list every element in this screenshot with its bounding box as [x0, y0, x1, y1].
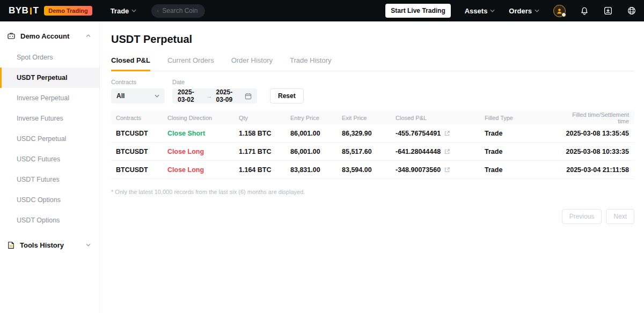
tab-current-orders[interactable]: Current Orders: [167, 56, 214, 71]
sidebar-item-usdc-options[interactable]: USDC Options: [0, 190, 99, 210]
cell-closing-direction: Close Long: [167, 166, 204, 174]
avatar-status-badge: [561, 12, 566, 17]
trade-menu-label: Trade: [111, 7, 129, 15]
chevron-down-icon: [155, 94, 159, 98]
search-coin-box[interactable]: [151, 4, 205, 18]
demo-account-label: Demo Account: [20, 32, 69, 40]
sidebar-item-usdc-futures[interactable]: USDC Futures: [0, 149, 99, 169]
cell-exit-price: 85,517.60: [337, 148, 391, 155]
table-row: BTCUSDT Close Long 1.171 BTC 86,001.00 8…: [111, 143, 634, 161]
sidebar-item-usdt-futures[interactable]: USDT Futures: [0, 169, 99, 190]
share-pnl-icon[interactable]: [444, 130, 450, 137]
trade-menu[interactable]: Trade: [111, 7, 137, 15]
cell-filled-type: Trade: [480, 130, 560, 137]
sidebar-item-inverse-futures[interactable]: Inverse Futures: [0, 108, 99, 129]
cell-entry-price: 86,001.00: [286, 130, 337, 137]
closed-pnl-table: Contracts Closing Direction Qty Entry Pr…: [111, 111, 634, 179]
cell-qty: 1.171 BTC: [234, 148, 286, 155]
assets-menu[interactable]: Assets: [465, 7, 495, 15]
date-range-picker[interactable]: 2025-03-02 → 2025-03-09: [172, 88, 257, 103]
orders-menu-label: Orders: [509, 7, 532, 15]
header-entry-price: Entry Price: [286, 115, 337, 121]
tab-order-history[interactable]: Order History: [231, 56, 273, 71]
tab-trade-history[interactable]: Trade History: [290, 56, 332, 71]
notifications-bell-icon[interactable]: [580, 6, 589, 16]
date-from-value: 2025-03-02: [178, 88, 203, 103]
cell-contracts: BTCUSDT: [111, 148, 163, 155]
header-exit-price: Exit Price: [337, 115, 391, 121]
date-range-arrow: →: [207, 93, 213, 99]
chevron-down-icon: [535, 9, 539, 12]
header-filled-time: Filled time/Settlement time: [560, 111, 634, 124]
top-navigation-bar: BYBT Demo Trading Trade Start Live Tradi…: [0, 0, 644, 21]
calendar-icon: [245, 93, 252, 100]
date-to-value: 2025-03-09: [216, 88, 241, 103]
contracts-select-value: All: [116, 92, 125, 100]
start-live-trading-button[interactable]: Start Live Trading: [385, 4, 450, 18]
reset-button[interactable]: Reset: [270, 88, 304, 103]
cell-qty: 1.158 BTC: [234, 130, 286, 137]
demo-trading-badge: Demo Trading: [44, 6, 92, 16]
cell-filled-time: 2025-03-08 13:35:45: [560, 130, 634, 137]
logo-text-byb: BYB: [9, 5, 28, 16]
header-contracts: Contracts: [111, 115, 163, 121]
cell-closing-direction: Close Short: [167, 130, 205, 137]
sidebar-item-usdc-perpetual[interactable]: USDC Perpetual: [0, 129, 99, 149]
share-pnl-icon[interactable]: [444, 148, 450, 155]
cell-entry-price: 83,831.00: [286, 166, 337, 174]
bybit-logo[interactable]: BYBT: [9, 5, 39, 16]
tools-history-label: Tools History: [20, 241, 64, 249]
pagination: Previous Next: [111, 209, 634, 224]
sidebar-demo-account[interactable]: Demo Account: [0, 25, 99, 47]
chevron-up-icon: [86, 34, 91, 38]
header-closed-pnl: Closed P&L: [391, 115, 480, 121]
search-input[interactable]: [162, 7, 200, 14]
header-closing-direction: Closing Direction: [163, 115, 234, 121]
sidebar-item-inverse-perpetual[interactable]: Inverse Perpetual: [0, 88, 99, 108]
cell-contracts: BTCUSDT: [111, 130, 163, 137]
sidebar-item-usdt-perpetual[interactable]: USDT Perpetual: [0, 68, 99, 88]
tab-bar: Closed P&L Current Orders Order History …: [111, 56, 634, 71]
search-icon: [157, 8, 159, 14]
sidebar-item-spot-orders[interactable]: Spot Orders: [0, 47, 99, 68]
tab-closed-pnl[interactable]: Closed P&L: [111, 56, 150, 71]
sidebar-tools-history[interactable]: Tools History: [0, 234, 99, 256]
language-globe-icon[interactable]: [627, 6, 636, 16]
chevron-down-icon: [86, 243, 91, 247]
sidebar-item-usdt-options[interactable]: USDT Options: [0, 210, 99, 230]
filters-row: Contracts All Date 2025-03-02 → 2025-03-…: [111, 79, 634, 103]
page-title: USDT Perpetual: [111, 33, 634, 46]
cell-filled-time: 2025-03-08 10:33:35: [560, 148, 634, 155]
cell-closed-pnl: -641.28044448: [396, 148, 441, 155]
next-page-button[interactable]: Next: [606, 209, 634, 224]
table-row: BTCUSDT Close Long 1.164 BTC 83,831.00 8…: [111, 161, 634, 179]
date-filter-label: Date: [172, 79, 257, 85]
cell-contracts: BTCUSDT: [111, 166, 163, 174]
download-app-icon[interactable]: [603, 6, 613, 16]
tools-history-icon: [7, 241, 15, 249]
header-filled-type: Filled Type: [480, 115, 560, 121]
cell-filled-type: Trade: [480, 166, 560, 174]
cell-closed-pnl: -455.76754491: [396, 130, 441, 137]
cell-closed-pnl: -348.90073560: [396, 166, 441, 174]
table-row: BTCUSDT Close Short 1.158 BTC 86,001.00 …: [111, 124, 634, 143]
cell-qty: 1.164 BTC: [234, 166, 286, 174]
share-pnl-icon[interactable]: [444, 167, 450, 173]
orders-menu[interactable]: Orders: [509, 7, 539, 15]
records-limit-note: * Only the latest 10,000 records from th…: [111, 189, 634, 195]
cell-exit-price: 86,329.90: [337, 130, 391, 137]
chevron-down-icon: [490, 9, 495, 12]
contracts-filter-label: Contracts: [111, 79, 165, 85]
contracts-select[interactable]: All: [111, 88, 165, 103]
user-avatar[interactable]: [553, 5, 566, 17]
logo-text-t: T: [33, 5, 39, 16]
sidebar: Demo Account Spot Orders USDT Perpetual …: [0, 21, 100, 313]
cell-entry-price: 86,001.00: [286, 148, 337, 155]
main-content: USDT Perpetual Closed P&L Current Orders…: [100, 21, 644, 313]
cell-filled-type: Trade: [480, 148, 560, 155]
cell-closing-direction: Close Long: [167, 148, 204, 155]
table-header-row: Contracts Closing Direction Qty Entry Pr…: [111, 111, 634, 124]
previous-page-button[interactable]: Previous: [562, 209, 602, 224]
cell-exit-price: 83,594.00: [337, 166, 391, 174]
header-qty: Qty: [234, 115, 286, 121]
